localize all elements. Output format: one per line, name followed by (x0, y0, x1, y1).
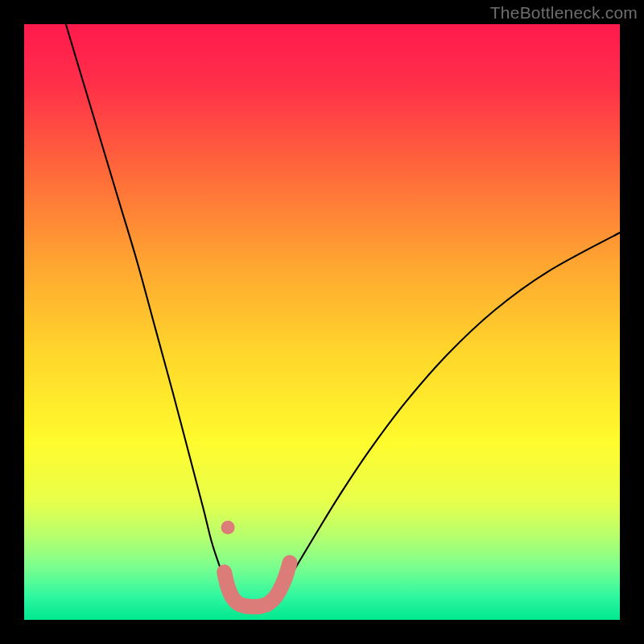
chart-plot-area (24, 24, 620, 620)
highlight-dot (221, 521, 235, 535)
bottleneck-curve-chart (24, 24, 620, 620)
gradient-background (24, 24, 620, 620)
watermark-text: TheBottleneck.com (490, 3, 638, 23)
